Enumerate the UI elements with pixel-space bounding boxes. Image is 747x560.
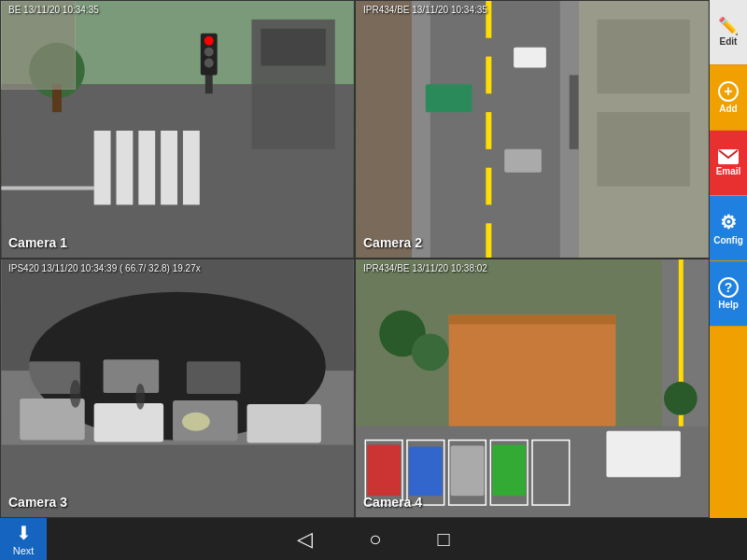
svg-rect-5 <box>161 131 177 204</box>
cam2-label: Camera 2 <box>363 235 422 250</box>
camera-1-cell[interactable]: BE 13/11/20 10:34:35 Camera 1 <box>0 0 355 259</box>
bottom-bar: ⬇ Next ◁ ○ □ <box>0 518 747 560</box>
svg-rect-60 <box>409 447 443 497</box>
help-button[interactable]: ? Help <box>710 261 747 327</box>
svg-point-67 <box>412 333 449 371</box>
right-sidebar: ✏️ Edit + Add Email <box>710 0 747 518</box>
svg-point-15 <box>204 48 214 57</box>
edit-label: Edit <box>720 36 738 47</box>
svg-rect-22 <box>486 57 491 94</box>
svg-rect-61 <box>451 446 485 497</box>
camera-3-cell[interactable]: IPS420 13/11/20 10:34:39 ( 66.7/ 32.8) 1… <box>0 259 355 518</box>
cam4-label: Camera 4 <box>363 495 422 510</box>
svg-rect-20 <box>412 1 579 258</box>
svg-rect-4 <box>138 131 155 204</box>
svg-rect-29 <box>504 149 542 173</box>
camera-row-bottom: IPS420 13/11/20 10:34:39 ( 66.7/ 32.8) 1… <box>0 259 710 518</box>
svg-rect-9 <box>261 29 325 66</box>
svg-rect-35 <box>597 112 689 186</box>
back-nav-icon[interactable]: ◁ <box>297 527 313 552</box>
cam2-info-top: IPR434/BE 13/11/20 10:34:35 <box>363 5 487 15</box>
svg-point-48 <box>135 384 145 410</box>
svg-rect-51 <box>449 315 616 427</box>
svg-point-14 <box>204 36 214 46</box>
email-button[interactable]: Email <box>710 131 747 196</box>
cam3-info-top: IPS420 13/11/20 10:34:39 ( 66.7/ 32.8) 1… <box>8 263 201 273</box>
svg-rect-63 <box>606 431 680 478</box>
next-label: Next <box>13 545 35 556</box>
svg-rect-28 <box>426 84 472 112</box>
config-label: Config <box>713 235 743 245</box>
svg-point-49 <box>182 413 210 431</box>
recents-nav-icon[interactable]: □ <box>438 527 450 552</box>
svg-rect-6 <box>183 131 200 204</box>
svg-point-68 <box>664 382 698 415</box>
add-icon: + <box>718 81 739 102</box>
edit-icon: ✏️ <box>718 18 739 35</box>
svg-rect-40 <box>94 403 163 442</box>
svg-rect-30 <box>514 48 546 68</box>
camera-2-cell[interactable]: IPR434/BE 13/11/20 10:34:35 Camera 2 <box>355 0 710 259</box>
svg-rect-34 <box>597 20 689 93</box>
config-icon: ⚙ <box>720 211 737 233</box>
svg-rect-24 <box>486 168 491 205</box>
cam4-info-top: IPR434/BE 13/11/20 10:38:02 <box>363 263 487 273</box>
svg-rect-7 <box>1 187 93 190</box>
svg-rect-32 <box>356 1 412 258</box>
config-button[interactable]: ⚙ Config <box>710 196 747 261</box>
email-icon <box>718 149 739 164</box>
svg-point-16 <box>204 59 214 68</box>
camera-grid: BE 13/11/20 10:34:35 Camera 1 <box>0 0 710 518</box>
camera-4-cell[interactable]: IPR434/BE 13/11/20 10:38:02 Camera 4 <box>355 259 710 518</box>
add-button[interactable]: + Add <box>710 65 747 131</box>
svg-rect-44 <box>104 359 160 393</box>
cam1-info-top: BE 13/11/20 10:34:35 <box>8 5 99 15</box>
svg-point-47 <box>70 380 81 408</box>
camera-row-top: BE 13/11/20 10:34:35 Camera 1 <box>0 0 710 259</box>
next-down-icon: ⬇ <box>16 522 32 544</box>
help-icon: ? <box>718 277 739 298</box>
cam1-label: Camera 1 <box>8 235 67 250</box>
edit-button[interactable]: ✏️ Edit <box>710 0 747 65</box>
help-label: Help <box>718 300 739 310</box>
svg-rect-25 <box>486 223 491 258</box>
svg-rect-45 <box>187 361 241 394</box>
svg-rect-52 <box>449 315 616 325</box>
bottom-nav-area: ◁ ○ □ <box>47 527 700 552</box>
main-layout: BE 13/11/20 10:34:35 Camera 1 <box>0 0 747 560</box>
svg-rect-42 <box>247 404 320 443</box>
email-label: Email <box>716 166 741 176</box>
svg-rect-26 <box>412 1 430 258</box>
home-nav-icon[interactable]: ○ <box>369 527 381 552</box>
svg-rect-3 <box>116 131 133 204</box>
cam3-label: Camera 3 <box>8 495 67 510</box>
svg-rect-23 <box>486 112 491 149</box>
next-button[interactable]: ⬇ Next <box>0 518 47 560</box>
svg-rect-62 <box>492 445 526 497</box>
svg-rect-2 <box>94 131 111 204</box>
add-label: Add <box>719 104 737 114</box>
svg-rect-59 <box>367 445 401 497</box>
